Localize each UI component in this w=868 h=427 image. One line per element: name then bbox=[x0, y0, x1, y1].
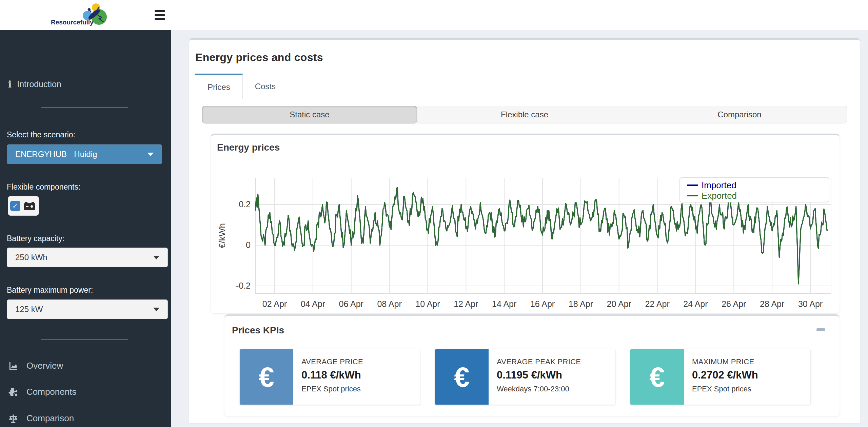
kpi-label: AVERAGE PEAK PRICE bbox=[497, 357, 581, 366]
kpi-subtext: EPEX Spot prices bbox=[301, 385, 363, 393]
flexible-battery-toggle[interactable]: ✓ bbox=[8, 196, 39, 216]
chevron-down-icon bbox=[147, 153, 154, 156]
checkbox-checked-icon: ✓ bbox=[10, 201, 20, 211]
resourcefully-logo: Resourcefully bbox=[51, 2, 153, 28]
euro-icon: € bbox=[435, 349, 489, 405]
top-header: Resourcefully bbox=[0, 0, 868, 30]
flexible-case-button[interactable]: Flexible case bbox=[417, 106, 632, 123]
scenario-select[interactable]: ENERGYHUB - Huidig bbox=[7, 144, 162, 164]
puzzle-icon bbox=[8, 387, 22, 397]
flexible-components-label: Flexible components: bbox=[7, 182, 80, 192]
y-axis-title: €/kWh bbox=[217, 223, 227, 248]
x-tick-label: 14 Apr bbox=[492, 299, 516, 309]
kpi-average-price: € AVERAGE PRICE 0.118 €/kWh EPEX Spot pr… bbox=[240, 349, 420, 405]
battery-capacity-label: Battery capacity: bbox=[7, 234, 64, 243]
app-root: Resourcefully i Introduction Select the … bbox=[0, 0, 868, 427]
prices-kpis-card: Prices KPIs € AVERAGE PRICE 0.118 €/kWh … bbox=[224, 314, 840, 416]
kpi-card-title: Prices KPIs bbox=[232, 325, 284, 336]
battery-capacity-value: 250 kWh bbox=[15, 253, 47, 262]
sidebar: i Introduction Select the scenario: ENER… bbox=[0, 30, 171, 427]
scenario-select-value: ENERGYHUB - Huidig bbox=[15, 150, 97, 159]
x-tick-label: 16 Apr bbox=[530, 299, 555, 309]
scales-icon bbox=[8, 413, 22, 424]
sidebar-item-comparison[interactable]: Comparison bbox=[0, 405, 171, 427]
main-content-card: Energy prices and costs Prices Costs Sta… bbox=[189, 38, 860, 423]
kpi-maximum-price: € MAXIMUM PRICE 0.2702 €/kWh EPEX Spot p… bbox=[630, 349, 810, 405]
sidebar-item-label: Components bbox=[26, 387, 76, 397]
battery-power-select[interactable]: 125 kW bbox=[7, 299, 168, 319]
x-tick-label: 18 Apr bbox=[569, 299, 593, 309]
x-tick-label: 08 Apr bbox=[377, 299, 401, 309]
info-icon: i bbox=[8, 79, 12, 90]
battery-capacity-select[interactable]: 250 kWh bbox=[7, 248, 168, 267]
case-button-group: Static case Flexible case Comparison bbox=[202, 106, 847, 123]
area-chart-icon bbox=[8, 361, 22, 371]
sidebar-item-overview[interactable]: Overview bbox=[0, 353, 171, 379]
sidebar-item-introduction[interactable]: i Introduction bbox=[0, 76, 171, 93]
x-tick-label: 24 Apr bbox=[683, 299, 708, 309]
x-tick-label: 02 Apr bbox=[262, 299, 287, 309]
kpi-value: 0.118 €/kWh bbox=[301, 369, 363, 381]
x-tick-label: 06 Apr bbox=[339, 299, 363, 309]
x-tick-label: 28 Apr bbox=[760, 299, 784, 309]
legend-label[interactable]: Imported bbox=[702, 180, 736, 190]
kpi-label: AVERAGE PRICE bbox=[301, 357, 363, 366]
chevron-down-icon bbox=[153, 308, 159, 311]
tab-costs[interactable]: Costs bbox=[243, 74, 288, 99]
logo-text: Resourcefully bbox=[51, 19, 94, 26]
sidebar-divider bbox=[41, 339, 128, 339]
x-tick-label: 26 Apr bbox=[722, 299, 746, 309]
scenario-label: Select the scenario: bbox=[7, 130, 75, 139]
battery-power-value: 125 kW bbox=[15, 305, 43, 314]
static-case-button[interactable]: Static case bbox=[202, 106, 417, 123]
comparison-case-button[interactable]: Comparison bbox=[632, 106, 847, 123]
euro-icon: € bbox=[240, 349, 293, 405]
kpi-subtext: EPEX Spot prices bbox=[692, 385, 758, 393]
sidebar-item-label: Comparison bbox=[26, 413, 74, 424]
x-tick-label: 20 Apr bbox=[607, 299, 631, 309]
euro-icon: € bbox=[630, 349, 684, 405]
kpi-average-peak-price: € AVERAGE PEAK PRICE 0.1195 €/kWh Weekda… bbox=[435, 349, 615, 405]
collapse-minus-icon[interactable] bbox=[816, 328, 825, 331]
legend-label[interactable]: Exported bbox=[702, 191, 737, 201]
kpi-value: 0.2702 €/kWh bbox=[692, 369, 758, 381]
chart-title: Energy prices bbox=[217, 142, 280, 153]
energy-prices-chart-card: Energy prices 0.20-0.202 Apr04 Apr06 Apr… bbox=[211, 134, 840, 313]
y-tick-label: 0 bbox=[246, 240, 251, 250]
x-tick-label: 10 Apr bbox=[415, 299, 440, 309]
menu-toggle-button[interactable] bbox=[147, 0, 173, 30]
chevron-down-icon bbox=[153, 256, 159, 259]
tab-bar: Prices Costs bbox=[195, 74, 854, 99]
tab-prices[interactable]: Prices bbox=[195, 74, 243, 99]
sidebar-item-components[interactable]: Components bbox=[0, 379, 171, 405]
x-tick-label: 30 Apr bbox=[798, 299, 823, 309]
x-tick-label: 22 Apr bbox=[645, 299, 669, 309]
sidebar-divider bbox=[41, 107, 128, 108]
energy-prices-line-chart: 0.20-0.202 Apr04 Apr06 Apr08 Apr10 Apr12… bbox=[211, 135, 840, 313]
kpi-value: 0.1195 €/kWh bbox=[497, 369, 581, 381]
x-tick-label: 04 Apr bbox=[301, 299, 325, 309]
kpi-subtext: Weekdays 7:00-23:00 bbox=[497, 385, 581, 393]
x-tick-label: 12 Apr bbox=[454, 299, 478, 309]
page-title: Energy prices and costs bbox=[195, 51, 323, 64]
battery-power-label: Battery maximum power: bbox=[7, 286, 93, 295]
kpi-label: MAXIMUM PRICE bbox=[692, 357, 758, 366]
sidebar-item-label: Introduction bbox=[17, 79, 61, 89]
hamburger-icon bbox=[155, 10, 165, 20]
y-tick-label: 0.2 bbox=[239, 199, 251, 209]
sidebar-item-label: Overview bbox=[26, 361, 63, 371]
kpi-row: € AVERAGE PRICE 0.118 €/kWh EPEX Spot pr… bbox=[240, 349, 824, 405]
y-tick-label: -0.2 bbox=[236, 281, 251, 290]
battery-icon bbox=[23, 201, 37, 211]
